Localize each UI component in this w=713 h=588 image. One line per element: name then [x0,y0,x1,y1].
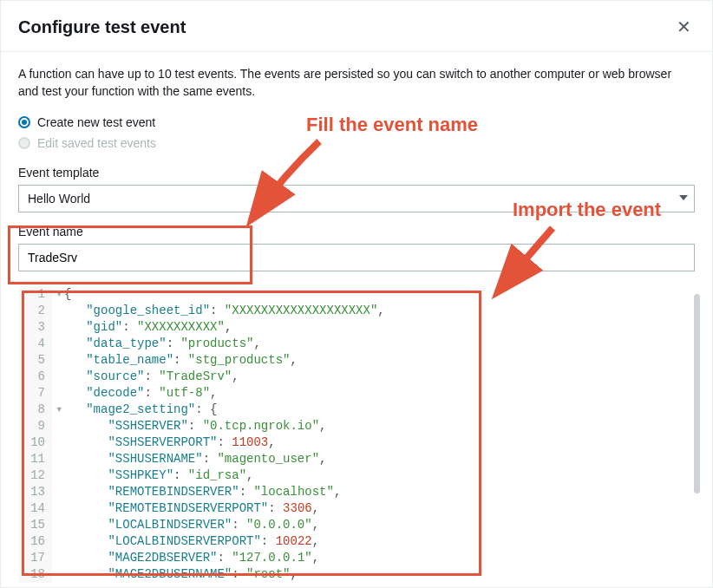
event-name-label: Event name [18,225,695,238]
dialog-body: A function can have up to 10 test events… [1,52,712,584]
editor-gutter: 123456789101112131415161718 [19,286,52,583]
radio-label: Create new test event [37,115,155,129]
configure-test-event-dialog: Configure test event ✕ A function can ha… [0,0,713,588]
event-name-input[interactable] [18,244,695,271]
editor-scrollbar[interactable] [694,294,700,493]
editor-code[interactable]: ▾{ "google_sheet_id": "XXXXXXXXXXXXXXXXX… [52,286,694,583]
radio-edit-saved: Edit saved test events [18,133,695,154]
dialog-header: Configure test event ✕ [1,1,712,52]
select-value: Hello World [18,185,695,212]
close-icon: ✕ [677,17,691,36]
chevron-down-icon [679,195,688,200]
dialog-description: A function can have up to 10 test events… [18,66,695,100]
event-template-select[interactable]: Hello World [18,185,695,212]
radio-icon [18,137,30,149]
json-editor[interactable]: 123456789101112131415161718 ▾{ "google_s… [18,284,695,584]
event-template-label: Event template [18,166,695,180]
radio-label: Edit saved test events [37,136,156,150]
close-button[interactable]: ✕ [673,15,695,39]
dialog-title: Configure test event [18,17,186,37]
radio-create-new[interactable]: Create new test event [18,112,695,133]
radio-icon [18,116,30,128]
event-mode-radio-group: Create new test event Edit saved test ev… [18,112,695,154]
event-name-block: Event name [18,225,695,271]
